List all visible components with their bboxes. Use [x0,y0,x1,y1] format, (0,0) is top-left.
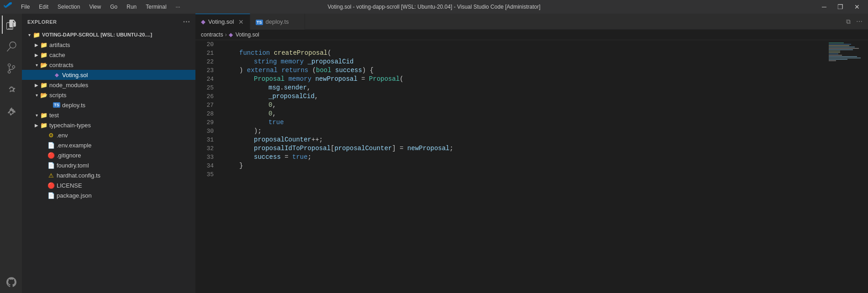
contracts-label: contracts [49,62,74,68]
code-line-28: 0, [225,110,820,118]
sidebar-actions[interactable]: ⋯ [183,17,190,26]
menu-run[interactable]: Run [123,3,140,11]
contracts-folder-icon: 📂 [40,61,47,68]
env-example-file-icon: 📄 [47,141,55,149]
sidebar-content: ▾ 📁 VOTING-DAPP-SCROLL [WSL: UBUNTU-20..… [22,30,195,293]
tab-deploy-ts-icon: TS [256,18,263,25]
tab-deploy-ts[interactable]: TS deploy.ts [250,14,305,30]
sidebar-item-node-modules[interactable]: ▶ 📁 node_modules [22,80,195,90]
tab-voting-sol[interactable]: ◆ Voting.sol ✕ [195,14,250,30]
activity-extensions[interactable] [2,103,20,121]
minimap [827,40,868,293]
test-label: test [49,112,59,119]
new-file-icon[interactable]: ⋯ [183,17,190,26]
cache-folder-icon: 📁 [40,51,47,58]
scripts-label: scripts [49,92,67,99]
sidebar: EXPLORER ⋯ ▾ 📁 VOTING-DAPP-SCROLL [WSL: … [22,14,195,293]
activity-run-debug[interactable] [2,81,20,99]
sidebar-title: EXPLORER [27,19,57,25]
root-folder-icon: 📁 [33,31,40,38]
activity-source-control[interactable] [2,59,20,78]
window-controls[interactable]: ─ ❐ ✕ [817,2,864,11]
code-line-34: } [225,162,820,170]
sidebar-item-package-json[interactable]: ▶ 📄 package.json [22,190,195,200]
sidebar-item-deploy-ts[interactable]: ▶ TS deploy.ts [22,100,195,110]
breadcrumb-voting-sol[interactable]: Voting.sol [236,31,259,38]
menu-more[interactable]: ··· [172,3,184,11]
minimize-button[interactable]: ─ [817,2,831,11]
sidebar-root-folder[interactable]: ▾ 📁 VOTING-DAPP-SCROLL [WSL: UBUNTU-20..… [22,30,195,40]
line-num-24: 24 [195,75,214,84]
sidebar-item-voting-sol[interactable]: ▶ ◆ Voting.sol [22,70,195,80]
line-num-23: 23 [195,66,214,75]
artifacts-label: artifacts [49,42,70,48]
code-line-21: function createProposal( [225,49,820,58]
activity-github[interactable] [2,273,20,291]
more-actions-icon[interactable]: ⋯ [854,17,864,26]
menu-view[interactable]: View [85,3,105,11]
artifacts-folder-icon: 📁 [40,41,47,48]
line-num-34: 34 [195,162,214,170]
line-num-21: 21 [195,49,214,58]
sidebar-item-test[interactable]: ▾ 📁 test [22,110,195,120]
hardhat-label: hardhat.config.ts [57,172,100,179]
close-button[interactable]: ✕ [850,2,864,11]
sidebar-item-cache[interactable]: ▶ 📁 cache [22,50,195,60]
sidebar-item-artifacts[interactable]: ▶ 📁 artifacts [22,40,195,50]
code-content[interactable]: function createProposal( string memory _… [217,40,827,293]
tab-bar-actions[interactable]: ⧉ ⋯ [844,17,868,26]
line-num-30: 30 [195,127,214,136]
gitignore-label: .gitignore [57,152,81,159]
sidebar-item-typechain[interactable]: ▶ 📁 typechain-types [22,120,195,130]
activity-search[interactable] [2,37,20,56]
test-chevron-icon: ▾ [33,111,40,119]
code-line-31: proposalCounter++; [225,136,820,144]
sidebar-item-env-example[interactable]: ▶ 📄 .env.example [22,140,195,150]
root-folder-label: VOTING-DAPP-SCROLL [WSL: UBUNTU-20....] [42,32,152,37]
sidebar-item-gitignore[interactable]: ▶ 🔴 .gitignore [22,150,195,160]
line-num-25: 25 [195,84,214,92]
package-json-file-icon: 📄 [47,192,55,199]
scripts-folder-icon: 📂 [40,91,47,99]
menu-edit[interactable]: Edit [35,3,52,11]
breadcrumb-sep-1: › [225,31,227,38]
split-editor-icon[interactable]: ⧉ [844,17,852,26]
sidebar-item-license[interactable]: ▶ 🔴 LICENSE [22,180,195,190]
voting-sol-label: Voting.sol [62,72,88,78]
line-num-27: 27 [195,101,214,110]
cache-chevron-icon: ▶ [33,51,40,58]
tab-voting-sol-label: Voting.sol [208,18,234,25]
breadcrumb: contracts › ◆ Voting.sol [195,30,868,40]
tab-voting-sol-close[interactable]: ✕ [238,18,244,26]
title-bar-left: File Edit Selection View Go Run Terminal… [4,2,184,12]
deploy-ts-label: deploy.ts [62,102,85,109]
menu-terminal[interactable]: Terminal [142,3,170,11]
sidebar-item-foundry[interactable]: ▶ 📄 foundry.toml [22,160,195,170]
breadcrumb-sol-icon: ◆ [229,31,233,38]
tab-bar: ◆ Voting.sol ✕ TS deploy.ts ⧉ ⋯ [195,14,868,30]
menu-file[interactable]: File [17,3,33,11]
activity-explorer[interactable] [2,16,20,34]
sidebar-item-env[interactable]: ▶ ⚙ .env [22,130,195,140]
menu-selection[interactable]: Selection [54,3,84,11]
code-editor: 20 21 22 23 24 25 26 27 28 29 30 31 32 3… [195,40,868,293]
line-num-22: 22 [195,58,214,66]
line-num-20: 20 [195,40,214,49]
sidebar-item-hardhat[interactable]: ▶ ⚠ hardhat.config.ts [22,170,195,180]
line-num-28: 28 [195,110,214,118]
sidebar-item-contracts[interactable]: ▾ 📂 contracts [22,60,195,70]
env-file-icon: ⚙ [47,131,55,139]
sidebar-item-scripts[interactable]: ▾ 📂 scripts [22,90,195,100]
code-line-27: 0, [225,101,820,110]
menu-go[interactable]: Go [106,3,121,11]
menu-bar[interactable]: File Edit Selection View Go Run Terminal… [17,3,184,11]
breadcrumb-contracts[interactable]: contracts [201,31,223,38]
cache-label: cache [49,52,65,58]
maximize-button[interactable]: ❐ [833,2,848,11]
voting-sol-icon: ◆ [53,71,60,78]
typechain-label: typechain-types [49,122,91,129]
title-bar: File Edit Selection View Go Run Terminal… [0,0,868,14]
node-modules-label: node_modules [49,82,88,89]
license-label: LICENSE [57,182,82,189]
line-num-33: 33 [195,153,214,162]
